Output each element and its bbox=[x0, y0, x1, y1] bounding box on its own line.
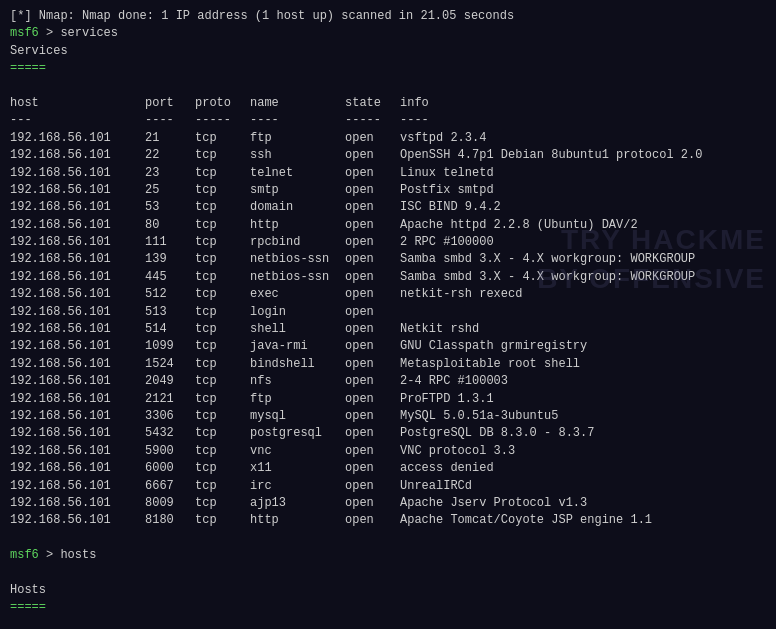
hosts-prompt: msf6 > hosts bbox=[10, 547, 766, 564]
table-row: 192.168.56.1016000tcpx11openaccess denie… bbox=[10, 460, 766, 477]
table-row: 192.168.56.101445tcpnetbios-ssnopenSamba… bbox=[10, 269, 766, 286]
hosts-separator: ===== bbox=[10, 599, 766, 616]
table-row: 192.168.56.101512tcpexecopennetkit-rsh r… bbox=[10, 286, 766, 303]
table-row: 192.168.56.1012121tcpftpopenProFTPD 1.3.… bbox=[10, 391, 766, 408]
table-row: 192.168.56.1015432tcppostgresqlopenPostg… bbox=[10, 425, 766, 442]
nmap-output-line: [*] Nmap: Nmap done: 1 IP address (1 hos… bbox=[10, 8, 766, 25]
blank-line-3 bbox=[10, 565, 766, 582]
table-row: 192.168.56.1012049tcpnfsopen2-4 RPC #100… bbox=[10, 373, 766, 390]
table-row: 192.168.56.10125tcpsmtpopenPostfix smtpd bbox=[10, 182, 766, 199]
table-row: 192.168.56.1018009tcpajp13openApache Jse… bbox=[10, 495, 766, 512]
table-row: 192.168.56.10123tcptelnetopenLinux telne… bbox=[10, 165, 766, 182]
table-row: 192.168.56.10121tcpftpopenvsftpd 2.3.4 bbox=[10, 130, 766, 147]
services-header: Services bbox=[10, 43, 766, 60]
table-row: 192.168.56.101111tcprpcbindopen2 RPC #10… bbox=[10, 234, 766, 251]
table-row: 192.168.56.101513tcploginopen bbox=[10, 304, 766, 321]
services-prompt: msf6 > services bbox=[10, 25, 766, 42]
table-row: 192.168.56.1011099tcpjava-rmiopenGNU Cla… bbox=[10, 338, 766, 355]
table-row: 192.168.56.10180tcphttpopenApache httpd … bbox=[10, 217, 766, 234]
blank-line-1 bbox=[10, 78, 766, 95]
table-row: 192.168.56.1011524tcpbindshellopenMetasp… bbox=[10, 356, 766, 373]
blank-line-4 bbox=[10, 617, 766, 629]
prompt-prefix-2: msf6 bbox=[10, 548, 39, 562]
table-row: 192.168.56.10122tcpsshopenOpenSSH 4.7p1 … bbox=[10, 147, 766, 164]
table-row: 192.168.56.10153tcpdomainopenISC BIND 9.… bbox=[10, 199, 766, 216]
hosts-header: Hosts bbox=[10, 582, 766, 599]
terminal-window: TRY HACKMEBY OFFENSIVE [*] Nmap: Nmap do… bbox=[0, 0, 776, 629]
table-header-row: hostportprotonamestateinfo bbox=[10, 95, 766, 112]
prompt-cmd: > services bbox=[39, 26, 118, 40]
table-row: 192.168.56.1016667tcpircopenUnrealIRCd bbox=[10, 478, 766, 495]
table-sep-row: ------------------------- bbox=[10, 112, 766, 129]
table-row: 192.168.56.1018180tcphttpopenApache Tomc… bbox=[10, 512, 766, 529]
blank-line-2 bbox=[10, 530, 766, 547]
table-row: 192.168.56.1013306tcpmysqlopenMySQL 5.0.… bbox=[10, 408, 766, 425]
services-separator: ===== bbox=[10, 60, 766, 77]
table-row: 192.168.56.1015900tcpvncopenVNC protocol… bbox=[10, 443, 766, 460]
table-row: 192.168.56.101139tcpnetbios-ssnopenSamba… bbox=[10, 251, 766, 268]
prompt-prefix: msf6 bbox=[10, 26, 39, 40]
table-row: 192.168.56.101514tcpshellopenNetkit rshd bbox=[10, 321, 766, 338]
prompt-cmd-2: > hosts bbox=[39, 548, 97, 562]
